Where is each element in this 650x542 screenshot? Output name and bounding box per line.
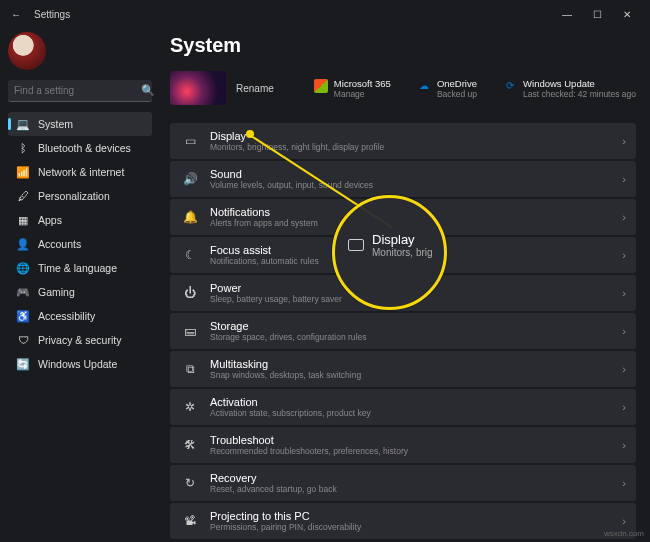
card-sub: Snap windows, desktops, task switching [210, 370, 612, 380]
nav-label: Bluetooth & devices [38, 142, 131, 154]
card-focus-assist[interactable]: ☾Focus assistNotifications, automatic ru… [170, 237, 636, 273]
tile-microsoft365[interactable]: Microsoft 365 Manage [314, 78, 391, 99]
card-body: MultitaskingSnap windows, desktops, task… [210, 358, 612, 380]
desktop-thumbnail[interactable] [170, 71, 226, 105]
nav-label: Time & language [38, 262, 117, 274]
card-icon: 🔊 [180, 169, 200, 189]
card-body: Focus assistNotifications, automatic rul… [210, 244, 612, 266]
card-title: Multitasking [210, 358, 612, 370]
titlebar: ← Settings — ☐ ✕ [0, 0, 650, 28]
hero-row: Rename Microsoft 365 Manage ☁ OneDrive B… [170, 71, 636, 105]
window-title: Settings [34, 9, 552, 20]
nav-label: Privacy & security [38, 334, 121, 346]
card-body: StorageStorage space, drives, configurat… [210, 320, 612, 342]
sidebar-item-system[interactable]: 💻System [8, 112, 152, 136]
chevron-right-icon: › [622, 249, 626, 261]
card-recovery[interactable]: ↻RecoveryReset, advanced startup, go bac… [170, 465, 636, 501]
nav-icon: 💻 [16, 117, 30, 131]
card-icon: ↻ [180, 473, 200, 493]
card-body: RecoveryReset, advanced startup, go back [210, 472, 612, 494]
card-display[interactable]: ▭DisplayMonitors, brightness, night ligh… [170, 123, 636, 159]
chevron-right-icon: › [622, 173, 626, 185]
nav-label: Accessibility [38, 310, 95, 322]
sidebar-item-accessibility[interactable]: ♿Accessibility [8, 304, 152, 328]
card-sub: Permissions, pairing PIN, discoverabilit… [210, 522, 612, 532]
card-sub: Sleep, battery usage, battery saver [210, 294, 612, 304]
avatar[interactable] [8, 32, 46, 70]
nav-label: Apps [38, 214, 62, 226]
chevron-right-icon: › [622, 135, 626, 147]
maximize-button[interactable]: ☐ [582, 3, 612, 25]
nav-icon: 🌐 [16, 261, 30, 275]
card-title: Focus assist [210, 244, 612, 256]
search-icon: 🔍 [141, 84, 155, 97]
rename-link[interactable]: Rename [236, 83, 274, 94]
ms365-icon [314, 79, 328, 93]
card-icon: ⏻ [180, 283, 200, 303]
chevron-right-icon: › [622, 477, 626, 489]
nav-icon: 🎮 [16, 285, 30, 299]
watermark: wsxdn.com [604, 529, 644, 538]
content: System Rename Microsoft 365 Manage ☁ One… [160, 28, 650, 542]
sidebar: 🔍 💻SystemᛒBluetooth & devices📶Network & … [0, 28, 160, 542]
nav-label: Personalization [38, 190, 110, 202]
card-sub: Reset, advanced startup, go back [210, 484, 612, 494]
card-multitasking[interactable]: ⧉MultitaskingSnap windows, desktops, tas… [170, 351, 636, 387]
card-power[interactable]: ⏻PowerSleep, battery usage, battery save… [170, 275, 636, 311]
card-sub: Monitors, brightness, night light, displ… [210, 142, 612, 152]
windows-update-icon: ⟳ [503, 79, 517, 93]
sidebar-item-privacy-security[interactable]: 🛡Privacy & security [8, 328, 152, 352]
sidebar-item-gaming[interactable]: 🎮Gaming [8, 280, 152, 304]
card-sub: Storage space, drives, configuration rul… [210, 332, 612, 342]
card-activation[interactable]: ✲ActivationActivation state, subscriptio… [170, 389, 636, 425]
sidebar-item-bluetooth-devices[interactable]: ᛒBluetooth & devices [8, 136, 152, 160]
update-sub: Last checked: 42 minutes ago [523, 89, 636, 99]
settings-list: ▭DisplayMonitors, brightness, night ligh… [170, 123, 636, 539]
sidebar-item-time-language[interactable]: 🌐Time & language [8, 256, 152, 280]
nav-icon: 📶 [16, 165, 30, 179]
card-body: TroubleshootRecommended troubleshooters,… [210, 434, 612, 456]
chevron-right-icon: › [622, 287, 626, 299]
nav-icon: 🔄 [16, 357, 30, 371]
nav-label: Network & internet [38, 166, 124, 178]
sidebar-item-windows-update[interactable]: 🔄Windows Update [8, 352, 152, 376]
card-body: Projecting to this PCPermissions, pairin… [210, 510, 612, 532]
card-notifications[interactable]: 🔔NotificationsAlerts from apps and syste… [170, 199, 636, 235]
minimize-button[interactable]: — [552, 3, 582, 25]
tile-onedrive[interactable]: ☁ OneDrive Backed up [417, 78, 477, 99]
sidebar-item-accounts[interactable]: 👤Accounts [8, 232, 152, 256]
close-button[interactable]: ✕ [612, 3, 642, 25]
card-sound[interactable]: 🔊SoundVolume levels, output, input, soun… [170, 161, 636, 197]
chevron-right-icon: › [622, 363, 626, 375]
nav-icon: ▦ [16, 213, 30, 227]
card-icon: ☾ [180, 245, 200, 265]
card-body: PowerSleep, battery usage, battery saver [210, 282, 612, 304]
update-title: Windows Update [523, 78, 636, 89]
onedrive-title: OneDrive [437, 78, 477, 89]
chevron-right-icon: › [622, 401, 626, 413]
card-body: DisplayMonitors, brightness, night light… [210, 130, 612, 152]
tile-windows-update[interactable]: ⟳ Windows Update Last checked: 42 minute… [503, 78, 636, 99]
nav-icon: ᛒ [16, 141, 30, 155]
onedrive-icon: ☁ [417, 79, 431, 93]
back-button[interactable]: ← [8, 6, 24, 22]
search-input[interactable] [14, 85, 141, 96]
card-storage[interactable]: 🖴StorageStorage space, drives, configura… [170, 313, 636, 349]
sidebar-item-apps[interactable]: ▦Apps [8, 208, 152, 232]
card-projecting-to-this-pc[interactable]: 📽Projecting to this PCPermissions, pairi… [170, 503, 636, 539]
chevron-right-icon: › [622, 325, 626, 337]
card-title: Storage [210, 320, 612, 332]
page-title: System [170, 34, 636, 57]
sidebar-item-personalization[interactable]: 🖊Personalization [8, 184, 152, 208]
sidebar-item-network-internet[interactable]: 📶Network & internet [8, 160, 152, 184]
nav-icon: 👤 [16, 237, 30, 251]
card-troubleshoot[interactable]: 🛠TroubleshootRecommended troubleshooters… [170, 427, 636, 463]
card-icon: 📽 [180, 511, 200, 531]
nav-label: Windows Update [38, 358, 117, 370]
ms365-title: Microsoft 365 [334, 78, 391, 89]
card-body: NotificationsAlerts from apps and system [210, 206, 612, 228]
search-box[interactable]: 🔍 [8, 80, 152, 102]
card-title: Recovery [210, 472, 612, 484]
card-title: Power [210, 282, 612, 294]
card-icon: 🖴 [180, 321, 200, 341]
